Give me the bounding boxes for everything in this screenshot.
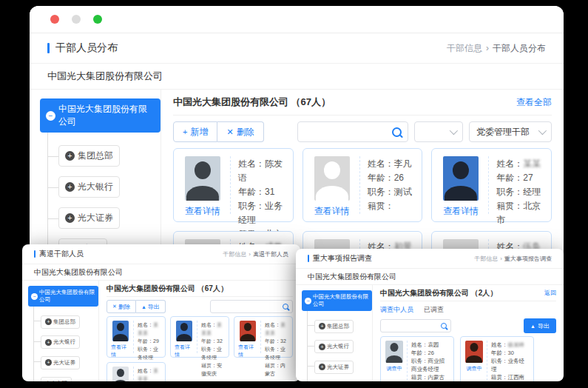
person-card: 查看详情 姓名：某某某 年龄：29 职务：业务经理 籍贯：海南 bbox=[107, 316, 166, 358]
tree-item-bank[interactable]: +光大银行 bbox=[41, 335, 80, 349]
search-icon[interactable] bbox=[441, 323, 447, 329]
person-photo bbox=[112, 367, 129, 381]
breadcrumb-separator-icon: › bbox=[249, 251, 251, 258]
view-detail-link[interactable]: 查看详情 bbox=[314, 205, 350, 218]
investigating-link[interactable]: 调查中 bbox=[387, 365, 402, 372]
view-detail-link[interactable]: 查看详情 bbox=[175, 344, 194, 358]
collapse-icon[interactable]: − bbox=[46, 111, 55, 121]
tree-item-securities[interactable]: +光大证券 bbox=[314, 361, 354, 374]
person-age: 31 bbox=[265, 187, 274, 197]
search-box bbox=[210, 300, 293, 313]
tree-item-bank[interactable]: +光大银行 bbox=[314, 340, 354, 353]
export-icon: ▲ bbox=[141, 304, 146, 310]
search-icon[interactable] bbox=[392, 127, 402, 137]
collapse-icon[interactable]: − bbox=[31, 293, 38, 300]
page-title: 干部人员分布 bbox=[47, 41, 118, 55]
view-all-link[interactable]: 查看全部 bbox=[516, 96, 552, 109]
person-card: 调查中 姓名：袁园 年龄：26 职务：商业招商业务经理 籍贯：内蒙古 bbox=[380, 336, 454, 381]
breadcrumb: 干部信息 › 干部人员分布 bbox=[447, 42, 546, 55]
tree-item-yongming[interactable]: 光大永明 bbox=[41, 377, 72, 382]
tree-item-group-hq[interactable]: +集团总部 bbox=[41, 315, 80, 329]
investigating-link[interactable]: 调查中 bbox=[467, 365, 482, 372]
search-input[interactable] bbox=[214, 303, 283, 311]
back-link[interactable]: 返回 bbox=[544, 289, 556, 297]
search-icon[interactable] bbox=[283, 304, 288, 310]
person-age: 27 bbox=[523, 173, 533, 183]
chevron-down-icon bbox=[450, 127, 458, 135]
status-tabs: 调查中人员 已调查 bbox=[380, 304, 556, 315]
fullscreen-window-button[interactable] bbox=[93, 15, 102, 24]
major-event-report-window: 重大事项报告调查 干部信息 › 重大事项报告调查 中国光大集团股份有限公司 − … bbox=[296, 249, 564, 381]
search-box bbox=[297, 121, 408, 142]
panel-company-count: 中国光大集团股份有限公司 （2人） bbox=[380, 288, 497, 298]
minimize-window-button[interactable] bbox=[72, 15, 81, 24]
person-photo bbox=[185, 156, 220, 201]
add-button[interactable]: +新增 bbox=[173, 121, 217, 142]
expand-icon[interactable]: + bbox=[319, 323, 325, 330]
person-photo bbox=[385, 341, 403, 363]
search-input[interactable] bbox=[385, 322, 441, 330]
expand-icon[interactable]: + bbox=[65, 182, 75, 192]
cadre-type-select[interactable]: 党委管理干部 bbox=[469, 121, 552, 142]
company-title: 中国光大集团股份有限公司 bbox=[296, 269, 564, 285]
breadcrumb: 干部信息 › 重大事项报告调查 bbox=[474, 255, 552, 263]
view-detail-link[interactable]: 查看详情 bbox=[443, 205, 479, 218]
tab-investigated[interactable]: 已调查 bbox=[424, 305, 444, 315]
view-detail-link[interactable]: 查看详情 bbox=[185, 205, 220, 218]
expand-icon[interactable]: + bbox=[65, 151, 75, 161]
person-photo bbox=[240, 321, 256, 341]
x-icon: ✕ bbox=[112, 304, 117, 310]
tree-item-bank[interactable]: +光大银行 bbox=[58, 176, 120, 198]
page-title-text: 干部人员分布 bbox=[55, 41, 118, 55]
tree-item-group-hq[interactable]: +集团总部 bbox=[58, 145, 120, 167]
search-input[interactable] bbox=[304, 126, 392, 138]
expand-icon[interactable]: + bbox=[65, 213, 75, 223]
close-window-button[interactable] bbox=[50, 15, 59, 24]
tree-item-securities[interactable]: +光大证券 bbox=[41, 356, 80, 369]
expand-icon[interactable]: + bbox=[319, 344, 325, 350]
expand-icon[interactable]: + bbox=[45, 339, 52, 346]
breadcrumb: 干部信息 › 离退干部人员 bbox=[223, 250, 288, 258]
collapse-icon[interactable]: − bbox=[305, 298, 311, 304]
page-title: 重大事项报告调查 bbox=[308, 253, 372, 264]
person-job: 测试 bbox=[394, 187, 412, 197]
person-name: 杨某峰 bbox=[508, 341, 525, 348]
person-name: 袁园 bbox=[428, 341, 439, 348]
person-age: 26 bbox=[394, 173, 404, 183]
expand-icon[interactable]: + bbox=[319, 364, 325, 370]
page-title: 离退干部人员 bbox=[34, 249, 84, 259]
person-name: 某某 bbox=[523, 158, 541, 169]
person-job: 经理 bbox=[523, 187, 541, 197]
export-button[interactable]: ▲导出 bbox=[524, 318, 556, 333]
tab-under-investigation[interactable]: 调查中人员 bbox=[380, 305, 413, 315]
toolbar: ✕删除 ▲导出 bbox=[107, 300, 293, 313]
breadcrumb-parent[interactable]: 干部信息 bbox=[447, 42, 482, 55]
person-photo bbox=[176, 321, 192, 341]
expand-icon[interactable]: + bbox=[45, 359, 52, 366]
tree-item-group-hq[interactable]: +集团总部 bbox=[314, 320, 354, 333]
person-card-grid: 调查中 姓名：袁园 年龄：26 职务：商业招商业务经理 籍贯：内蒙古 调查中 bbox=[380, 336, 556, 381]
plus-icon: + bbox=[183, 127, 187, 136]
expand-icon[interactable]: + bbox=[45, 318, 52, 325]
person-photo bbox=[465, 341, 483, 363]
person-photo bbox=[112, 321, 129, 341]
delete-button[interactable]: ✕删除 bbox=[107, 300, 136, 313]
org-tree: − 中国光大集团股份有限公司 +集团总部 +光大银行 +光大证券 光大永明 光大… bbox=[30, 90, 161, 267]
tree-root-node[interactable]: − 中国光大集团股份有限公司 bbox=[28, 286, 98, 307]
export-button[interactable]: ▲导出 bbox=[136, 300, 166, 313]
filter-select-empty[interactable] bbox=[414, 121, 463, 142]
tree-item-securities[interactable]: +光大证券 bbox=[58, 207, 120, 229]
tree-root-node[interactable]: − 中国光大集团股份有限公司 bbox=[40, 98, 160, 133]
view-detail-link[interactable]: 查看详情 bbox=[111, 344, 130, 358]
toolbar: +新增 ✕删除 党委管理干部 bbox=[173, 121, 552, 142]
org-tree: − 中国光大集团股份有限公司 +集团总部 +光大银行 +光大证券 光大永明 光大… bbox=[296, 285, 373, 381]
window-titlebar bbox=[30, 6, 564, 33]
tree-root-node[interactable]: − 中国光大集团股份有限公司 bbox=[302, 290, 372, 311]
person-photo bbox=[443, 156, 479, 201]
delete-button[interactable]: ✕删除 bbox=[217, 121, 263, 142]
breadcrumb-separator-icon: › bbox=[500, 255, 502, 262]
view-detail-link[interactable]: 查看详情 bbox=[238, 344, 257, 358]
company-title: 中国光大集团股份有限公司 bbox=[22, 264, 300, 281]
person-card: 查看详情 姓名：某某某 年龄：32 职务：业务经理 籍贯：内蒙古 bbox=[234, 316, 293, 358]
tree-item-yongming[interactable]: 光大永明 bbox=[314, 381, 345, 382]
